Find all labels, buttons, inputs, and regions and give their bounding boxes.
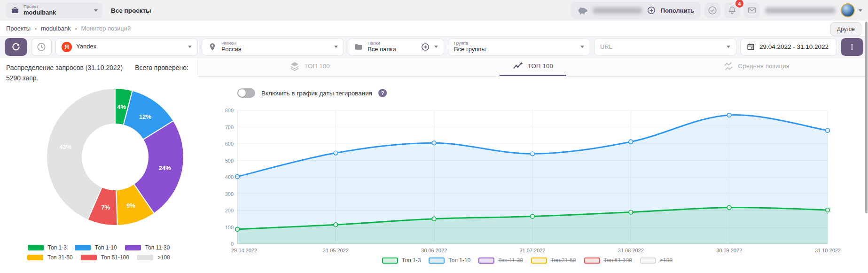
other-button[interactable]: Другое xyxy=(830,22,861,36)
url-select[interactable]: URL xyxy=(594,38,736,56)
data-point[interactable] xyxy=(531,152,535,156)
notification-badge: 4 xyxy=(735,0,743,8)
donut-legend-item[interactable]: >100 xyxy=(137,254,170,261)
region-label: Регион xyxy=(221,41,330,46)
donut-legend-item[interactable]: Топ 1-3 xyxy=(28,244,67,251)
region-select[interactable]: Регион Россия xyxy=(202,38,344,56)
x-axis-tick-label: 31.05.2022 xyxy=(323,248,349,253)
y-axis-tick-label: 800 xyxy=(225,108,234,113)
view-tabs: ТОП 100 ТОП 100 Средняя позиция xyxy=(197,57,868,77)
folder-icon xyxy=(354,42,363,52)
breadcrumb-projects[interactable]: Проекты xyxy=(6,25,31,32)
top-header: Проект modulbank Все проекты Пополнить 4 xyxy=(0,0,868,21)
region-value: Россия xyxy=(221,46,330,53)
legend-swatch xyxy=(478,257,494,264)
chevron-down-icon[interactable] xyxy=(859,9,862,12)
messages-button[interactable] xyxy=(744,2,760,18)
envelope-icon xyxy=(747,5,757,16)
donut-legend-item[interactable]: Топ 11-30 xyxy=(125,244,170,251)
line-chart-wrap: 010020030040050060070080029.04.202231.05… xyxy=(214,105,868,254)
data-point[interactable] xyxy=(727,113,731,117)
data-point[interactable] xyxy=(432,141,436,145)
tab-label: Средняя позиция xyxy=(738,62,790,70)
legend-label: >100 xyxy=(660,257,673,264)
vertical-scrollbar[interactable] xyxy=(865,22,868,213)
tasks-button[interactable] xyxy=(704,2,720,18)
legend-label: Топ 51-100 xyxy=(101,254,129,261)
add-folder-icon[interactable] xyxy=(421,42,430,52)
tab-label: ТОП 100 xyxy=(528,62,553,70)
donut-percent-label: 9% xyxy=(126,202,135,209)
line-legend-item[interactable]: Топ 1-10 xyxy=(429,257,470,264)
topbar-right: Пополнить 4 xyxy=(571,2,862,19)
data-point[interactable] xyxy=(235,175,240,179)
kebab-menu-button[interactable] xyxy=(841,38,863,56)
donut-legend-item[interactable]: Топ 31-50 xyxy=(27,254,73,261)
y-axis-tick-label: 0 xyxy=(231,241,234,247)
tab-top100-table[interactable]: ТОП 100 xyxy=(198,57,421,76)
kebab-icon xyxy=(847,42,857,52)
data-point[interactable] xyxy=(727,205,731,210)
line-legend-item[interactable]: Топ 11-30 xyxy=(478,257,523,264)
project-selector[interactable]: Проект modulbank xyxy=(6,2,102,18)
app-window: Проект modulbank Все проекты Пополнить 4 xyxy=(0,0,868,273)
legend-swatch xyxy=(125,245,141,250)
y-axis-tick-label: 100 xyxy=(225,225,234,230)
data-point[interactable] xyxy=(826,208,830,212)
history-button[interactable] xyxy=(31,38,52,56)
chevron-down-icon xyxy=(94,9,98,12)
chevron-down-icon xyxy=(727,46,730,48)
line-legend-item[interactable]: >100 xyxy=(640,257,673,264)
donut-legend-item[interactable]: Топ 51-100 xyxy=(81,254,129,261)
data-point[interactable] xyxy=(235,227,240,231)
y-axis-tick-label: 700 xyxy=(225,125,234,130)
chevron-down-icon xyxy=(334,46,338,48)
breadcrumb-project[interactable]: modulbank xyxy=(41,25,71,32)
data-point[interactable] xyxy=(531,214,535,218)
legend-label: >100 xyxy=(157,254,170,261)
refresh-icon xyxy=(11,42,21,52)
legend-label: Топ 11-30 xyxy=(498,257,523,264)
breadcrumb-separator: • xyxy=(75,26,77,31)
tab-average-position[interactable]: Средняя позиция xyxy=(645,57,868,76)
date-range-picker[interactable]: 29.04.2022 - 31.10.2022 xyxy=(740,38,837,56)
donut-legend-item[interactable]: Топ 1-10 xyxy=(75,244,117,251)
avatar[interactable] xyxy=(841,3,855,17)
data-point[interactable] xyxy=(629,140,633,144)
tagging-toggle-row: Включить в график даты тегирования ? xyxy=(237,88,868,98)
group-label: Группа xyxy=(454,41,576,46)
search-engine-value: Yandex xyxy=(76,43,184,50)
distribution-title: Распределение запросов (31.10.2022)Всего… xyxy=(6,62,190,84)
notifications-button[interactable]: 4 xyxy=(724,2,740,18)
layers-icon xyxy=(289,61,300,71)
line-legend-item[interactable]: Топ 51-100 xyxy=(584,257,632,264)
group-select[interactable]: Группа Все группы xyxy=(448,38,590,56)
tagging-dates-toggle[interactable] xyxy=(237,88,255,98)
data-point[interactable] xyxy=(826,128,830,133)
line-legend-item[interactable]: Топ 1-3 xyxy=(382,257,421,264)
search-engine-select[interactable]: Я Yandex xyxy=(55,38,198,56)
y-axis-tick-label: 600 xyxy=(225,141,234,147)
folders-value: Все папки xyxy=(368,46,416,53)
line-legend-item[interactable]: Топ 31-50 xyxy=(531,257,576,264)
data-point[interactable] xyxy=(629,210,633,214)
y-axis-tick-label: 400 xyxy=(225,174,234,180)
average-position-icon xyxy=(723,61,734,71)
data-point[interactable] xyxy=(334,223,338,227)
legend-swatch xyxy=(81,255,97,260)
folders-select[interactable]: Папки Все папки xyxy=(348,38,444,56)
chevron-down-icon xyxy=(434,46,438,48)
refresh-button[interactable] xyxy=(5,38,27,56)
donut-chart-wrap: 4%12%24%9%7%43% xyxy=(46,87,191,228)
tab-top100-chart[interactable]: ТОП 100 xyxy=(421,57,644,76)
data-point[interactable] xyxy=(334,151,338,155)
legend-label: Топ 11-30 xyxy=(145,244,170,251)
balance-group[interactable]: Пополнить xyxy=(571,2,701,19)
legend-label: Топ 1-3 xyxy=(48,244,67,251)
donut-percent-label: 7% xyxy=(101,203,110,211)
all-projects-link[interactable]: Все проекты xyxy=(111,7,151,14)
topup-button[interactable]: Пополнить xyxy=(661,7,694,14)
help-icon[interactable]: ? xyxy=(378,89,387,97)
x-axis-tick-label: 31.08.2022 xyxy=(618,248,644,253)
data-point[interactable] xyxy=(432,217,436,221)
